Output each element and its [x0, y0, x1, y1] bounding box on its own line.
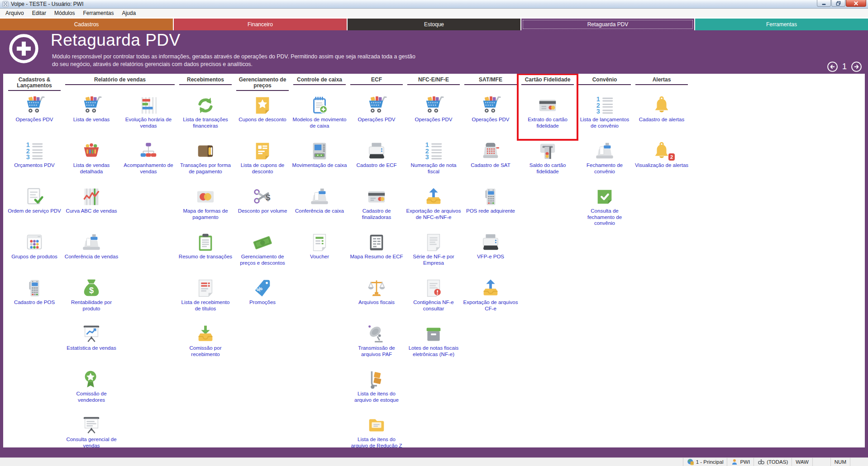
- menu-editar[interactable]: Editar: [28, 9, 50, 17]
- module-item-label: Transações por forma de pagamento: [177, 162, 234, 175]
- status-1-principal: 1 - Principal: [683, 458, 727, 466]
- module-item-operacoes-pdv[interactable]: Operações PDV: [462, 93, 519, 138]
- module-item-exportacao-de-arquivos-cf-e[interactable]: Exportação de arquivos CF-e: [462, 276, 519, 321]
- module-item-transmissao-de-arquivos-paf[interactable]: Transmissão de arquivos PAF: [348, 321, 405, 367]
- module-item-lista-de-cupons-de-desconto[interactable]: Lista de cupons de desconto: [234, 138, 291, 184]
- tab-ferramentas[interactable]: Ferramentas: [695, 19, 868, 30]
- module-item-operacoes-pdv[interactable]: Operações PDV: [6, 93, 63, 138]
- module-item-cadastro-de-alertas[interactable]: Cadastro de alertas: [633, 93, 690, 138]
- module-item-consulta-gerencial-de-vendas[interactable]: Consulta gerencial de vendas: [63, 413, 120, 447]
- module-item-evolucao-horaria-de-vendas[interactable]: Evolução horária de vendas: [120, 93, 177, 138]
- module-item-label: Exportação de arquivos de NFC-e/NF-e: [405, 208, 462, 220]
- module-item-label: Lotes de notas fiscais eletrônicas (NF-e…: [405, 345, 462, 357]
- pos-terminal-icon: [480, 186, 501, 207]
- module-item-saldo-do-cartao-fidelidade[interactable]: Saldo do cartão fidelidade: [519, 138, 576, 184]
- module-item-lista-de-itens-do-arquivo-de-reducao-z[interactable]: Lista de itens do arquivo de Redução Z: [348, 413, 405, 447]
- module-item-lotes-de-notas-fiscais-eletronicas-nf-e[interactable]: Lotes de notas fiscais eletrônicas (NF-e…: [405, 321, 462, 367]
- coupon-star-icon: [252, 95, 273, 116]
- tab-financeiro[interactable]: Financeiro: [174, 19, 347, 30]
- module-item-extrato-do-cartao-fidelidade[interactable]: Extrato do cartão fidelidade: [519, 93, 576, 138]
- module-item-lista-de-vendas-detalhada[interactable]: Lista de vendas detalhada: [63, 138, 120, 184]
- payment-cards-icon: [195, 186, 216, 207]
- module-item-label: Promoções: [248, 300, 277, 306]
- menu-modulos[interactable]: Módulos: [50, 9, 79, 17]
- module-item-contigencia-nf-e-consultar[interactable]: Contigência NF-e consultar: [405, 276, 462, 321]
- status-label: NUM: [835, 459, 846, 465]
- module-item-conferencia-de-caixa[interactable]: Conferência de caixa: [291, 184, 348, 230]
- module-item-cadastro-de-sat[interactable]: Cadastro de SAT: [462, 138, 519, 184]
- presentation-chart-icon: [81, 323, 102, 344]
- module-item-arquivos-fiscais[interactable]: Arquivos fiscais: [348, 276, 405, 321]
- module-item-label: Resumo de transações: [178, 254, 233, 260]
- module-item-operacoes-pdv[interactable]: Operações PDV: [348, 93, 405, 138]
- line-chart-icon: [81, 186, 102, 207]
- module-banner: Retaguarda PDV Módulo responsável por co…: [0, 30, 868, 74]
- module-item-mapa-resumo-de-ecf[interactable]: Mapa Resumo de ECF: [348, 230, 405, 276]
- module-item-operacoes-pdv[interactable]: Operações PDV: [405, 93, 462, 138]
- module-item-consulta-de-fechamento-de-convenio[interactable]: Consulta de fechamento de convênio: [576, 184, 633, 230]
- module-item-visualizacao-de-alertas[interactable]: 2Visualização de alertas: [633, 138, 690, 184]
- module-item-label: Fechamento de convênio: [576, 162, 633, 175]
- module-item-vfp-e-pos[interactable]: VFP-e POS: [462, 230, 519, 276]
- modules-grid: Cadastros & LançamentosOperações PDVOrça…: [6, 76, 865, 447]
- module-item-cupons-de-desconto[interactable]: Cupons de desconto: [234, 93, 291, 138]
- module-item-acompanhamento-de-vendas[interactable]: Acompanhamento de vendas: [120, 138, 177, 184]
- module-column-relatorio-de-vendas: Relatório de vendasLista de vendasLista …: [63, 76, 177, 447]
- module-item-label: Evolução horária de vendas: [120, 117, 177, 129]
- module-item-cadastro-de-pos[interactable]: Cadastro de POS: [6, 276, 63, 321]
- column-header: Convênio: [576, 76, 633, 93]
- module-item-lista-de-vendas[interactable]: Lista de vendas: [63, 93, 120, 138]
- shopping-basket-icon: [81, 141, 102, 162]
- module-item-estatistica-de-vendas[interactable]: Estatística de vendas: [63, 321, 120, 367]
- module-item-pos-rede-adquirente[interactable]: POS rede adquirente: [462, 184, 519, 230]
- minimize-button[interactable]: [817, 0, 831, 7]
- module-item-lista-de-transacoes-financeiras[interactable]: Lista de transações financeiras: [177, 93, 234, 138]
- module-description: Módulo responsável por controlar todas a…: [52, 53, 420, 68]
- module-item-exportacao-de-arquivos-de-nfc-e-nf-e[interactable]: Exportação de arquivos de NFC-e/NF-e: [405, 184, 462, 230]
- tab-retaguarda-pdv[interactable]: Retaguarda PDV: [521, 19, 694, 30]
- menu-ferramentas[interactable]: Ferramentas: [79, 9, 118, 17]
- module-item-desconto-por-volume[interactable]: Desconto por volume: [234, 184, 291, 230]
- module-item-lista-de-recebimento-de-titulos[interactable]: Lista de recebimento de títulos: [177, 276, 234, 321]
- module-item-voucher[interactable]: Voucher: [291, 230, 348, 276]
- module-item-cadastro-de-finalizadoras[interactable]: Cadastro de finalizadoras: [348, 184, 405, 230]
- module-item-fechamento-de-convenio[interactable]: Fechamento de convênio: [576, 138, 633, 184]
- module-item-transacoes-por-forma-de-pagamento[interactable]: Transações por forma de pagamento: [177, 138, 234, 184]
- previous-page-button[interactable]: [827, 61, 838, 72]
- module-item-curva-abc-de-vendas[interactable]: Curva ABC de vendas: [63, 184, 120, 230]
- next-page-button[interactable]: [851, 61, 862, 72]
- module-item-comissao-de-vendedores[interactable]: Comissão de vendedores: [63, 367, 120, 413]
- module-item-numeracao-de-nota-fiscal[interactable]: Numeração de nota fiscal: [405, 138, 462, 184]
- module-item-comissao-por-recebimento[interactable]: Comissão por recebimento: [177, 321, 234, 367]
- module-item-movimentacao-de-caixa[interactable]: Movimentação de caixa: [291, 138, 348, 184]
- module-item-conferencia-de-vendas[interactable]: Conferência de vendas: [63, 230, 120, 276]
- module-item-resumo-de-transacoes[interactable]: Resumo de transações: [177, 230, 234, 276]
- export-box-icon: [423, 186, 444, 207]
- module-item-cadastro-de-ecf[interactable]: Cadastro de ECF: [348, 138, 405, 184]
- page-number: 1: [842, 62, 847, 71]
- restore-button[interactable]: [831, 0, 845, 7]
- module-item-lista-de-lancamentos-de-convenio[interactable]: Lista de lançamentos de convênio: [576, 93, 633, 138]
- tab-cadastros[interactable]: Cadastros: [0, 19, 173, 30]
- module-item-label: POS rede adquirente: [465, 208, 516, 214]
- module-item-serie-de-nf-e-por-empresa[interactable]: Série de NF-e por Empresa: [405, 230, 462, 276]
- module-item-label: Voucher: [309, 254, 330, 260]
- module-item-label: Lista de itens do arquivo de Redução Z: [348, 437, 405, 447]
- tab-estoque[interactable]: Estoque: [348, 19, 520, 30]
- status-label: PWI: [740, 459, 750, 465]
- module-item-lista-de-itens-do-arquivo-de-estoque[interactable]: Lista de itens do arquivo de estoque: [348, 367, 405, 413]
- module-item-rentabilidade-por-produto[interactable]: Rentabilidade por produto: [63, 276, 120, 321]
- module-item-label: Consulta gerencial de vendas: [63, 437, 120, 447]
- module-item-ordem-de-servico-pdv[interactable]: Ordem de serviço PDV: [6, 184, 63, 230]
- module-item-grupos-de-produtos[interactable]: Grupos de produtos: [6, 230, 63, 276]
- module-item-modelos-de-movimento-de-caixa[interactable]: Modelos de movimento de caixa: [291, 93, 348, 138]
- module-item-promocoes[interactable]: Promoções: [234, 276, 291, 321]
- menu-ajuda[interactable]: Ajuda: [118, 9, 140, 17]
- column-header: Controle de caixa: [291, 76, 348, 93]
- menu-arquivo[interactable]: Arquivo: [1, 9, 28, 17]
- module-item-mapa-de-formas-de-pagamento[interactable]: Mapa de formas de pagamento: [177, 184, 234, 230]
- close-button[interactable]: [846, 0, 866, 7]
- module-item-gerenciamento-de-precos-e-descontos[interactable]: Gerenciamento de preços e descontos: [234, 230, 291, 276]
- module-item-label: Cadastro de POS: [13, 300, 56, 306]
- module-item-orcamentos-pdv[interactable]: Orçamentos PDV: [6, 138, 63, 184]
